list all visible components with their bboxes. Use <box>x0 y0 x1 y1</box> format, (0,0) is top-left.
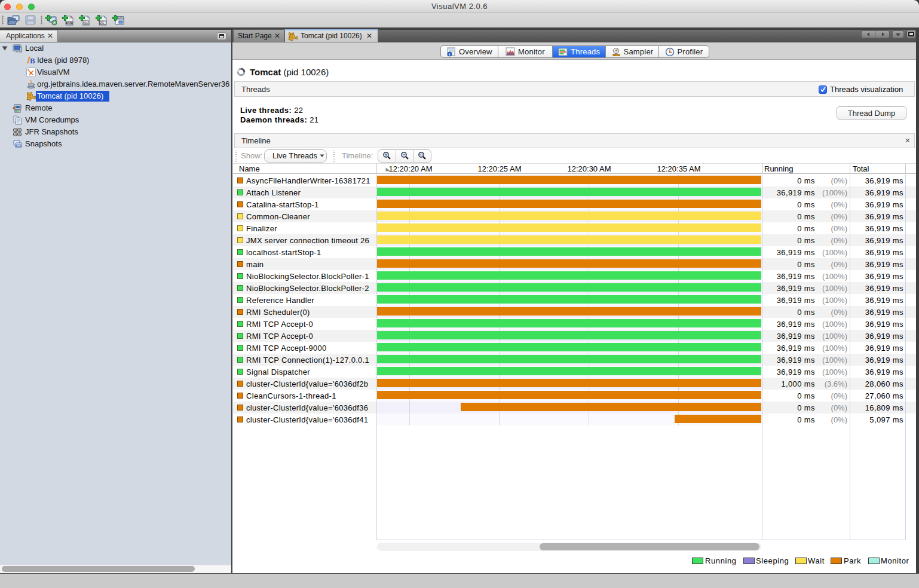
svg-text:01: 01 <box>84 22 88 25</box>
svg-text:JMX: JMX <box>66 22 72 25</box>
svg-text:B: B <box>30 56 35 65</box>
svg-text:JIG: JIG <box>100 22 105 24</box>
svg-text:i: i <box>449 52 450 56</box>
